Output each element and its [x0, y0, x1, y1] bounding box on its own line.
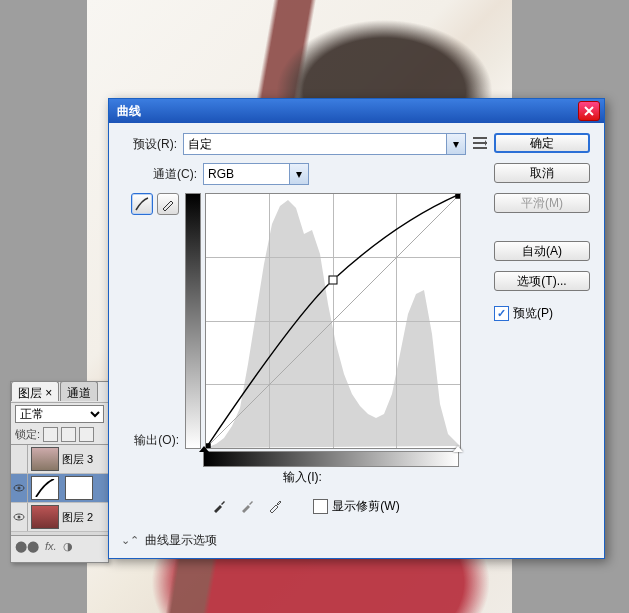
- channel-value: RGB: [208, 167, 234, 181]
- show-clipping-checkbox[interactable]: [313, 499, 328, 514]
- layer-item[interactable]: 图层 2: [11, 503, 108, 532]
- preset-label: 预设(R):: [121, 136, 177, 153]
- tab-channels[interactable]: 通道: [60, 381, 98, 401]
- white-eyedropper[interactable]: [265, 496, 285, 516]
- curve-icon: [135, 197, 149, 211]
- preset-menu-icon[interactable]: [472, 136, 488, 152]
- close-icon: [584, 106, 594, 116]
- layer-item[interactable]: [11, 474, 108, 503]
- lock-label: 锁定:: [15, 427, 40, 442]
- pencil-tool-button[interactable]: [157, 193, 179, 215]
- dialog-titlebar[interactable]: 曲线: [109, 99, 604, 123]
- chevron-collapse-icon: ⌄⌃: [121, 534, 139, 547]
- ok-button[interactable]: 确定: [494, 133, 590, 153]
- eye-icon: [13, 484, 25, 492]
- curve-line[interactable]: [206, 194, 460, 448]
- curve-point-highlight[interactable]: [456, 193, 462, 199]
- visibility-toggle[interactable]: [11, 445, 28, 473]
- dialog-title: 曲线: [113, 103, 578, 120]
- eye-icon: [13, 513, 25, 521]
- output-label: 输出(O):: [123, 432, 179, 449]
- preset-value: 自定: [188, 136, 212, 153]
- curve-tool-button[interactable]: [131, 193, 153, 215]
- blend-mode-select[interactable]: 正常: [15, 405, 104, 423]
- link-layers-icon[interactable]: ⬤⬤: [15, 540, 39, 553]
- lock-pixels-icon[interactable]: [61, 427, 76, 442]
- svg-point-3: [18, 516, 21, 519]
- layer-name: 图层 2: [62, 510, 93, 525]
- output-gradient: [185, 193, 201, 449]
- layers-panel: 图层 × 通道 正常 锁定: 图层 3 图层 2: [10, 381, 109, 563]
- lock-position-icon[interactable]: [79, 427, 94, 442]
- layer-mask-thumbnail[interactable]: [65, 476, 93, 500]
- white-point-slider[interactable]: [453, 446, 463, 452]
- show-clipping-label: 显示修剪(W): [332, 498, 399, 515]
- preview-checkbox[interactable]: ✓: [494, 306, 509, 321]
- pencil-icon: [161, 197, 175, 211]
- layer-thumbnail[interactable]: [31, 447, 59, 471]
- mask-icon[interactable]: ◑: [63, 540, 73, 553]
- chevron-down-icon: ▾: [289, 164, 308, 184]
- display-options-expander[interactable]: ⌄⌃ 曲线显示选项: [121, 532, 488, 549]
- preview-label: 预览(P): [513, 305, 553, 322]
- fx-icon[interactable]: fx.: [45, 540, 57, 552]
- curves-dialog: 曲线 预设(R): 自定 ▾ 通道(C): RGB: [108, 98, 605, 559]
- layer-item[interactable]: 图层 3: [11, 445, 108, 474]
- curves-adjustment-thumbnail[interactable]: [31, 476, 59, 500]
- tab-layers[interactable]: 图层 ×: [11, 381, 59, 401]
- visibility-toggle[interactable]: [11, 503, 28, 531]
- layers-list: 图层 3 图层 2: [11, 444, 108, 536]
- curves-graph[interactable]: [205, 193, 461, 449]
- display-options-label: 曲线显示选项: [145, 532, 217, 549]
- channel-select[interactable]: RGB ▾: [203, 163, 309, 185]
- cancel-button[interactable]: 取消: [494, 163, 590, 183]
- input-gradient[interactable]: [203, 451, 459, 467]
- layer-name: 图层 3: [62, 452, 93, 467]
- eyedropper-icon: [267, 498, 283, 514]
- close-button[interactable]: [578, 101, 600, 121]
- chevron-down-icon: ▾: [446, 134, 465, 154]
- svg-point-1: [18, 487, 21, 490]
- options-button[interactable]: 选项(T)...: [494, 271, 590, 291]
- visibility-toggle[interactable]: [11, 474, 28, 502]
- preset-select[interactable]: 自定 ▾: [183, 133, 466, 155]
- curve-point-mid[interactable]: [329, 276, 338, 285]
- layer-thumbnail[interactable]: [31, 505, 59, 529]
- black-point-slider[interactable]: [199, 446, 209, 452]
- eyedropper-icon: [239, 498, 255, 514]
- gray-eyedropper[interactable]: [237, 496, 257, 516]
- smooth-button: 平滑(M): [494, 193, 590, 213]
- input-label: 输入(I):: [283, 469, 322, 486]
- channel-label: 通道(C):: [141, 166, 197, 183]
- auto-button[interactable]: 自动(A): [494, 241, 590, 261]
- black-eyedropper[interactable]: [209, 496, 229, 516]
- eyedropper-icon: [211, 498, 227, 514]
- lock-transparent-icon[interactable]: [43, 427, 58, 442]
